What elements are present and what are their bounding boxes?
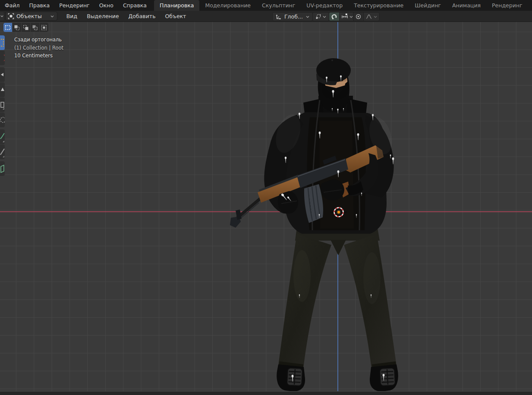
proportional-editing-group <box>353 12 380 21</box>
pivot-point-icon <box>315 13 321 20</box>
proportional-editing-icon <box>355 13 362 20</box>
select-mode-intersect-button[interactable] <box>40 23 48 32</box>
move-tool-icon <box>0 67 5 82</box>
select-mode-buttons <box>3 23 48 32</box>
menu-render[interactable]: Рендеринг <box>54 0 94 11</box>
falloff-curve-icon <box>365 13 372 20</box>
tool-select-box-button[interactable] <box>0 35 5 50</box>
select-mode-subtract-button[interactable] <box>22 23 30 32</box>
3d-viewport[interactable]: Сзади ортогональ (1) Collection | Root 1… <box>0 22 532 395</box>
tool-transform-button[interactable] <box>0 113 5 127</box>
pivot-point-dropdown[interactable] <box>312 12 329 21</box>
tab-uv-editor[interactable]: UV-редактор <box>301 0 348 11</box>
transform-orientation-icon <box>275 14 281 20</box>
menu-select[interactable]: Выделение <box>82 11 123 22</box>
menu-view[interactable]: Вид <box>62 11 82 22</box>
select-mode-invert-button[interactable] <box>31 23 39 32</box>
rotate-tool-icon <box>0 82 5 97</box>
proportional-editing-toggle[interactable] <box>353 13 363 21</box>
view-name-label: Сзади ортогональ <box>14 36 63 44</box>
transform-orientation-label: Глоб... <box>284 13 303 20</box>
viewport-overlay-text: Сзади ортогональ (1) Collection | Root 1… <box>14 36 63 60</box>
tab-animation[interactable]: Анимация <box>447 0 486 11</box>
chevron-down-icon <box>322 15 327 19</box>
select-invert-icon <box>32 25 38 31</box>
cursor-tool-icon <box>0 50 5 65</box>
chevron-down-icon <box>0 14 4 18</box>
select-mode-extend-button[interactable] <box>13 23 21 32</box>
chevron-down-icon <box>50 14 54 19</box>
menu-object[interactable]: Объект <box>161 11 191 22</box>
select-intersect-icon <box>41 25 47 31</box>
tab-modeling[interactable]: Моделирование <box>199 0 256 11</box>
tab-compositing[interactable]: Композитинг <box>528 0 532 11</box>
tab-rendering[interactable]: Рендеринг <box>486 0 528 11</box>
menu-add[interactable]: Добавить <box>124 11 161 22</box>
snapping-group <box>329 12 356 21</box>
select-mode-set-button[interactable] <box>3 23 12 32</box>
topbar-menus: Файл Правка Рендеринг Окно Справка <box>0 0 151 11</box>
measure-tool-icon <box>0 144 5 159</box>
falloff-dropdown[interactable] <box>364 13 379 21</box>
chevron-down-icon <box>373 15 378 19</box>
tab-texture-paint[interactable]: Текстурирование <box>348 0 409 11</box>
tool-annotate-button[interactable] <box>0 129 5 144</box>
tool-move-button[interactable] <box>0 67 5 82</box>
menu-help[interactable]: Справка <box>118 0 151 11</box>
annotate-tool-icon <box>0 129 5 144</box>
tab-shading[interactable]: Шейдинг <box>409 0 447 11</box>
select-extend-icon <box>14 25 20 31</box>
tool-rotate-button[interactable] <box>0 82 5 97</box>
tab-layout[interactable]: Планировка <box>154 0 200 11</box>
magnet-icon <box>331 13 337 20</box>
editor-divider[interactable] <box>0 391 532 395</box>
select-box-tool-icon <box>0 35 5 50</box>
select-subtract-icon <box>23 25 29 31</box>
tool-cursor-button[interactable] <box>0 50 5 65</box>
object-mode-icon <box>8 13 14 19</box>
transform-tool-icon <box>0 113 5 127</box>
scale-tool-icon <box>0 97 5 112</box>
tool-measure-button[interactable] <box>0 144 5 159</box>
menu-window[interactable]: Окно <box>94 0 118 11</box>
select-set-icon <box>5 25 11 31</box>
viewport-menus: Вид Выделение Добавить Объект <box>62 11 191 22</box>
active-collection-label: (1) Collection | Root <box>14 44 63 52</box>
grid-scale-label: 10 Centimeters <box>14 52 63 60</box>
mode-dropdown-label: Объекты <box>16 13 42 19</box>
tab-sculpting[interactable]: Скульптинг <box>256 0 301 11</box>
topbar: Файл Правка Рендеринг Окно Справка Плани… <box>0 0 532 11</box>
snap-increment-icon <box>341 13 348 20</box>
chevron-down-icon <box>305 15 310 19</box>
transform-orientation-dropdown[interactable]: Глоб... <box>272 12 313 21</box>
toolbar <box>0 35 5 176</box>
editor-type-dropdown[interactable] <box>0 12 4 20</box>
menu-edit[interactable]: Правка <box>25 0 55 11</box>
add-cube-tool-icon <box>0 161 5 176</box>
tool-add-primitive-button[interactable] <box>0 161 5 176</box>
snap-toggle-button[interactable] <box>329 13 339 21</box>
character-model[interactable] <box>216 56 408 395</box>
menu-file[interactable]: Файл <box>0 0 25 11</box>
workspace-tabs: Планировка Моделирование Скульптинг UV-р… <box>154 0 532 11</box>
viewport-header: Объекты Вид Выделение Добавить Объект Гл… <box>0 11 532 22</box>
tool-scale-button[interactable] <box>0 97 5 112</box>
mode-dropdown[interactable]: Объекты <box>5 12 57 21</box>
